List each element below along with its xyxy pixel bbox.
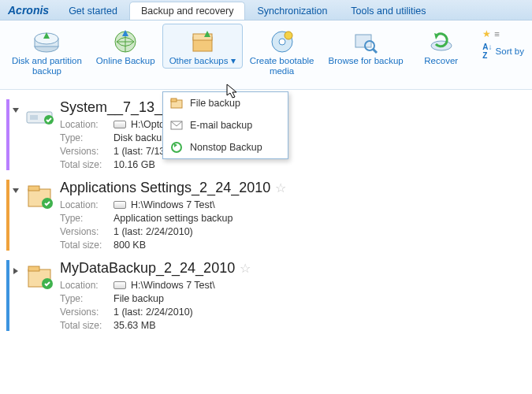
other-backups-button[interactable]: Other backups ▾ [162, 24, 243, 69]
star-icon: ★ [482, 28, 491, 39]
svg-rect-24 [28, 266, 39, 271]
drive-small-icon [113, 281, 126, 289]
svg-point-16 [172, 143, 181, 152]
size-label: Total size: [60, 159, 113, 170]
drive-small-icon [113, 201, 126, 209]
disk-icon [31, 28, 62, 56]
tab-backup-recovery[interactable]: Backup and recovery [129, 2, 245, 20]
ribbon-label: Online Backup [96, 56, 155, 66]
svg-rect-18 [30, 115, 38, 120]
browse-backup-button[interactable]: Browse for backup [321, 24, 410, 69]
location-value: H:\Windows 7 Test\ [131, 280, 215, 291]
sort-label: Sort by [496, 46, 524, 56]
folder-icon [169, 96, 184, 110]
ribbon-label: Disk and partition backup [12, 56, 82, 76]
svg-line-11 [373, 49, 377, 53]
expand-toggle[interactable] [13, 260, 20, 331]
expand-toggle[interactable] [13, 180, 20, 251]
side-tools: ★≡ A↓ZSort by [479, 24, 527, 65]
svg-point-8 [285, 32, 292, 39]
email-backup-menuitem[interactable]: E-mail backup [163, 114, 288, 136]
backup-item[interactable]: MyDataBackup_2_24_2010☆ Location: H:\Win… [6, 260, 526, 331]
location-value: H:\Windows 7 Test\ [131, 199, 215, 210]
ribbon-toolbar: Disk and partition backup Online Backup … [0, 20, 532, 90]
online-backup-button[interactable]: Online Backup [89, 24, 162, 69]
cd-icon [266, 28, 298, 56]
recover-icon [426, 28, 457, 56]
category-bar [6, 180, 9, 251]
location-label: Location: [60, 280, 113, 291]
other-backups-dropdown: File backup E-mail backup Nonstop Backup [162, 91, 288, 159]
search-icon [350, 28, 381, 56]
svg-rect-14 [171, 98, 177, 102]
menuitem-label: E-mail backup [190, 120, 252, 131]
tab-tools-utilities[interactable]: Tools and utilities [339, 2, 437, 20]
ribbon-label: Create bootable media [250, 56, 314, 76]
disk-partition-backup-button[interactable]: Disk and partition backup [5, 24, 89, 78]
mail-icon [169, 118, 184, 132]
folder-icon [20, 180, 60, 251]
versions-value: 1 (last: 2/24/2010) [113, 307, 526, 318]
versions-label: Versions: [60, 226, 113, 237]
recover-button[interactable]: Recover [411, 24, 472, 69]
ribbon-label: Recover [424, 56, 458, 66]
svg-point-7 [279, 39, 285, 45]
menuitem-label: Nonstop Backup [190, 142, 262, 153]
create-bootable-media-button[interactable]: Create bootable media [243, 24, 322, 78]
category-bar [6, 99, 9, 170]
favorite-star[interactable]: ☆ [240, 261, 251, 276]
versions-label: Versions: [60, 307, 113, 318]
drive-icon [20, 99, 60, 170]
size-value: 10.16 GB [113, 159, 526, 170]
tab-get-started[interactable]: Get started [57, 2, 129, 20]
box-icon [187, 28, 218, 56]
location-label: Location: [60, 119, 113, 130]
location-label: Location: [60, 199, 113, 210]
type-label: Type: [60, 293, 113, 304]
backup-title: MyDataBackup_2_24_2010 [60, 260, 235, 277]
backup-item[interactable]: Applications Settings_2_24_2010☆ Locatio… [6, 180, 526, 251]
category-bar [6, 260, 9, 331]
file-backup-menuitem[interactable]: File backup [163, 92, 288, 114]
versions-label: Versions: [60, 146, 113, 157]
type-label: Type: [60, 213, 113, 224]
size-value: 35.63 MB [113, 320, 526, 331]
svg-rect-21 [28, 186, 39, 191]
tab-strip: Acronis Get started Backup and recovery … [0, 0, 532, 20]
size-label: Total size: [60, 320, 113, 331]
versions-value: 1 (last: 2/24/2010) [113, 226, 526, 237]
backup-title: Applications Settings_2_24_2010 [60, 180, 270, 196]
favorite-tool[interactable]: ★≡ [482, 28, 524, 39]
size-value: 800 KB [113, 240, 526, 251]
menuitem-label: File backup [190, 98, 240, 109]
sort-icon: A↓Z [482, 43, 492, 60]
ribbon-label: Other backups ▾ [169, 56, 236, 66]
nonstop-backup-menuitem[interactable]: Nonstop Backup [163, 136, 288, 158]
type-value: File backup [113, 293, 526, 304]
nonstop-icon [169, 140, 184, 154]
folder-icon [20, 260, 60, 331]
globe-icon [110, 28, 141, 56]
sort-by-tool[interactable]: A↓ZSort by [482, 43, 524, 60]
type-value: Application settings backup [113, 213, 526, 224]
ribbon-label: Browse for backup [328, 56, 403, 66]
drive-small-icon [113, 121, 126, 128]
tab-synchronization[interactable]: Synchronization [245, 2, 339, 20]
brand-logo: Acronis [5, 1, 57, 20]
backup-title: System__7_13_2 [60, 99, 170, 116]
size-label: Total size: [60, 240, 113, 251]
expand-toggle[interactable] [13, 99, 20, 170]
favorite-star[interactable]: ☆ [275, 180, 286, 195]
type-label: Type: [60, 132, 113, 143]
